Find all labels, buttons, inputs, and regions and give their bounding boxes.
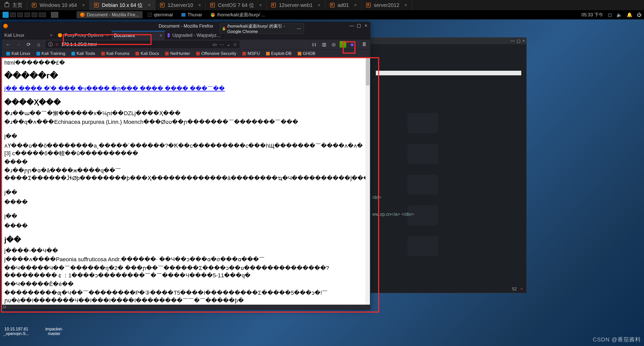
vm-tab-server2012[interactable]: server2012 × <box>362 0 412 10</box>
desktop-folder-impacket[interactable]: impacket- master <box>41 314 67 336</box>
account-button[interactable]: ◎ <box>330 41 338 48</box>
library-button[interactable]: ⫿⫿ <box>311 41 318 48</box>
forward-button[interactable]: → <box>14 41 23 48</box>
bg-code-snippet-2: ww.xp.cn</a> </div> <box>372 212 414 217</box>
desktop-file-openvpn[interactable]: 10.15.197.61 _openvpn-S... <box>4 314 29 336</box>
taskbar-app-thunar[interactable]: Thunar <box>178 11 206 18</box>
close-icon[interactable]: × <box>198 3 201 8</box>
vm-tab-12server10[interactable]: 12server10 × <box>155 0 206 10</box>
show-desktop-icon[interactable] <box>51 12 58 18</box>
kali-menu-icon[interactable] <box>3 12 9 18</box>
tab-close-icon[interactable]: × <box>50 33 53 38</box>
taskbar-app-label: /home/kali/桌面/burp/ ... <box>217 12 265 18</box>
url-bar[interactable]: ⓘ ⊘ ▭ ⋯ ⌄ ☆ <box>46 41 240 48</box>
scrollbar-thumb[interactable] <box>366 57 369 86</box>
bookmark-kali-linux[interactable]: Kali Linux <box>4 50 33 57</box>
workspace-4-icon[interactable] <box>32 13 37 17</box>
file-icon <box>10 314 22 326</box>
page-line: ��Ч�����Ê�é�� <box>4 280 367 288</box>
bg-footer-close-icon[interactable]: × <box>521 287 523 291</box>
tray-power-icon[interactable]: ⏻ <box>637 12 641 18</box>
page-link[interactable]: j�� ���� �˹� ��� �ч���� �ɲ��� ���� ���� … <box>4 85 225 92</box>
firefox-icon <box>3 24 8 28</box>
firefox-status-bar: Li <box>2 305 9 309</box>
pocket-icon[interactable]: ⌄ <box>227 42 230 47</box>
chrome-min-icon[interactable]: — <box>297 26 301 31</box>
tab-label: Upgraded - Wappalyz... <box>172 33 220 38</box>
close-button[interactable]: × <box>363 23 369 28</box>
close-icon[interactable]: × <box>318 3 320 8</box>
home-button[interactable]: ⌂ <box>34 41 43 48</box>
firefox-window: Document - Mozilla Firefox — ▢ × Kali Li… <box>2 22 370 309</box>
vm-tab-home[interactable]: 主页 <box>0 0 27 10</box>
tray-volume-icon[interactable]: 🔈 <box>616 12 622 18</box>
vm-tab-centos[interactable]: CentOS 7 64 位 × <box>206 0 267 10</box>
site-info-icon[interactable]: ⓘ <box>48 41 53 47</box>
bookmark-kali-forums[interactable]: Kali Forums <box>99 50 132 57</box>
tray-notifications-icon[interactable]: 🔔 <box>627 12 632 18</box>
bookmark-kali-training[interactable]: Kali Training <box>34 50 68 57</box>
wappalyzer-extension-icon[interactable]: ◆ <box>348 41 356 48</box>
page-line: ���� <box>4 158 367 166</box>
sidebar-button[interactable]: ▥ <box>320 41 328 48</box>
close-icon[interactable]: × <box>259 3 262 8</box>
workspace-wide-icon[interactable] <box>39 13 46 17</box>
chrome-window-titlebar[interactable]: /home/kali/桌面/burp/ 的索引 - Google Chrome … <box>220 23 304 34</box>
taskbar-app-firefox[interactable]: Document - Mozilla Fire... <box>77 11 143 18</box>
close-icon[interactable]: × <box>354 3 357 8</box>
bg-close-icon[interactable]: × <box>523 39 525 43</box>
workspace-1-icon[interactable] <box>10 13 16 17</box>
taskbar-app-chrome[interactable]: /home/kali/桌面/burp/ ... <box>207 11 269 18</box>
workspace-2-icon[interactable] <box>17 13 23 17</box>
vm-tab-win10[interactable]: Windows 10 x64 × <box>27 0 90 10</box>
vm-tab-ad01[interactable]: ad01 × <box>325 0 362 10</box>
scrollbar[interactable] <box>365 57 370 305</box>
url-input[interactable] <box>61 42 134 47</box>
page-actions-icon[interactable]: ⋯ <box>219 42 224 47</box>
workspace-3-icon[interactable] <box>24 13 30 17</box>
bookmark-icon <box>242 52 246 55</box>
foxyproxy-extension-icon[interactable] <box>340 41 346 48</box>
clock-text: 05:33 下午 <box>581 12 603 18</box>
bookmark-nethunter[interactable]: NetHunter <box>163 50 192 57</box>
bookmark-icon <box>266 52 270 55</box>
browser-tab-wappalyzer[interactable]: Upgraded - Wappalyz... <box>165 31 223 40</box>
bg-maximize-icon[interactable]: ▢ <box>517 39 521 43</box>
close-icon[interactable]: × <box>404 3 407 8</box>
bg-window-titlebar: — ▢ × <box>371 38 526 44</box>
reader-mode-icon[interactable]: ▭ <box>213 42 217 47</box>
vm-tab-label: Windows 10 x64 <box>40 2 77 8</box>
close-icon[interactable]: × <box>82 3 85 8</box>
browser-tab-document[interactable]: Document × <box>112 31 165 40</box>
bookmark-kali-tools[interactable]: Kali Tools <box>69 50 97 57</box>
file-label: 10.15.197.61 <box>4 327 29 331</box>
bg-minimize-icon[interactable]: — <box>511 39 515 43</box>
vm-tab-bar: 主页 Windows 10 x64 × Debian 10.x 64 位 × 1… <box>0 0 644 10</box>
reload-button[interactable]: ⟳ <box>24 41 33 48</box>
vm-tab-debian[interactable]: Debian 10.x 64 位 × <box>90 0 155 10</box>
bookmark-kali-docs[interactable]: Kali Docs <box>133 50 162 57</box>
close-icon[interactable]: × <box>148 3 151 8</box>
tray-square-icon[interactable]: ◻ <box>608 12 612 18</box>
browser-tab-kali-linux[interactable]: Kali Linux × <box>2 31 55 40</box>
bookmark-icon <box>6 52 10 55</box>
vm-tab-12server-web1[interactable]: 12server-web1 × <box>267 0 325 10</box>
bookmark-exploit-db[interactable]: Exploit-DB <box>264 50 294 57</box>
taskbar-app-qterminal[interactable]: qterminal <box>144 11 176 18</box>
chrome-title: /home/kali/桌面/burp/ 的索引 - Google Chrome <box>227 23 295 34</box>
bookmark-star-icon[interactable]: ☆ <box>233 42 237 47</box>
bookmark-ghdb[interactable]: GHDB <box>295 50 318 57</box>
page-line: �ɹ��q�ʌ���Echinacea purpurea (Linn.) Moe… <box>4 118 367 126</box>
tab-close-icon[interactable]: × <box>159 33 162 38</box>
bookmark-msfu[interactable]: MSFU <box>240 50 262 57</box>
maximize-button[interactable]: ▢ <box>356 23 362 28</box>
foxyproxy-icon <box>58 33 62 37</box>
minimize-button[interactable]: — <box>349 23 355 28</box>
back-button[interactable]: ← <box>4 41 13 48</box>
bookmark-offensive-security[interactable]: Offensive Security <box>194 50 239 57</box>
vmware-icon <box>210 3 215 7</box>
browser-tab-foxyproxy[interactable]: FoxyProxy Options × <box>55 31 112 40</box>
hamburger-menu-button[interactable]: ≣ <box>360 41 368 48</box>
page-h2: ����Ҳ��� <box>4 98 367 107</box>
tab-close-icon[interactable]: × <box>106 33 109 38</box>
